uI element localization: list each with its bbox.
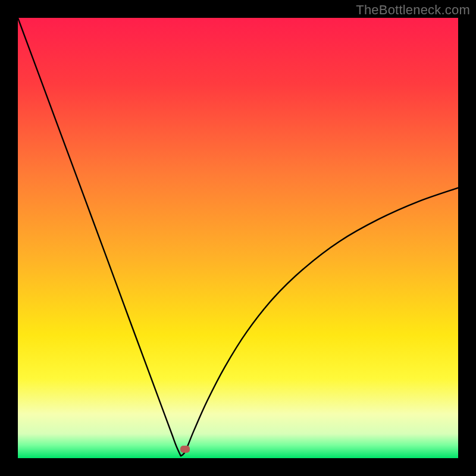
- gradient-background: [18, 18, 458, 458]
- chart-frame: [18, 18, 458, 458]
- chart-svg: [18, 18, 458, 458]
- optimal-marker: [180, 446, 190, 453]
- watermark-text: TheBottleneck.com: [356, 2, 470, 18]
